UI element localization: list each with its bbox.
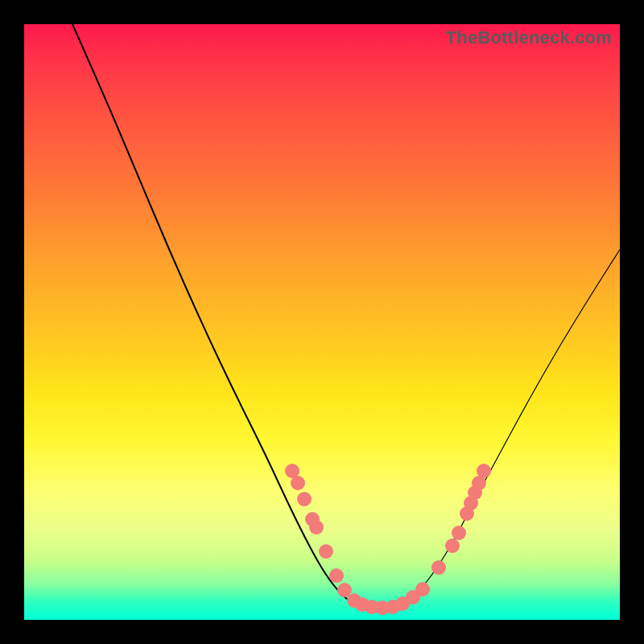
data-dot [309,520,324,535]
chart-svg [24,24,620,620]
data-dot [445,539,460,553]
data-dot [477,464,491,478]
data-dot [431,560,446,575]
data-dot [291,476,305,490]
curve-group [72,24,620,607]
chart-frame: TheBottleneck.com [24,24,620,620]
dots-group [285,464,491,615]
curve-right [402,250,620,604]
data-dot [452,526,466,540]
data-dot [297,492,312,506]
data-dot [329,568,344,583]
data-dot [415,582,430,597]
data-dot [319,544,333,559]
curve-left [72,24,402,607]
